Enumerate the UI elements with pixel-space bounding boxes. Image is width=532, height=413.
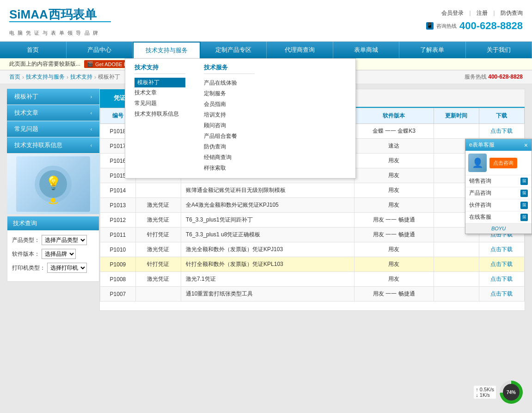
- dropdown-item-faq[interactable]: 常见问题: [135, 98, 185, 109]
- chat-row-sales: 销售咨询 留: [465, 175, 532, 187]
- sidebar-decorative-image: 💡: [7, 154, 99, 214]
- table-row: P1010 激光凭证 激光全额和数外（发票版）凭证KPJ103 用友 点击下载: [100, 242, 525, 257]
- sidebar-title-faq[interactable]: 常见问题 ‹: [7, 121, 99, 137]
- nav-about-forms[interactable]: 了解表单: [399, 42, 466, 58]
- tech-query-box: 技术查询 产品类型： 选择产品类型 软件版本： 选择品牌 打印机类型： 选择打印…: [7, 216, 99, 282]
- cell-type: 激光凭证: [135, 198, 181, 213]
- sep1: ｜: [467, 9, 473, 17]
- cell-updated: [434, 287, 479, 302]
- cell-id: P1011: [100, 228, 136, 242]
- breadcrumb-tech-support[interactable]: 技术支持: [70, 73, 92, 81]
- table-row: P1014 账簿通金额记账凭证科目无级别限制模板 用友 点击下载: [100, 183, 525, 198]
- dropdown-item-dealer-query[interactable]: 经销商查询: [204, 152, 255, 163]
- printer-type-select[interactable]: 选择打印机: [47, 263, 87, 273]
- printer-type-label: 打印机类型：: [12, 264, 45, 272]
- svg-text:西玛表单: 西玛表单: [49, 8, 97, 21]
- cell-title: 激光7.1凭证: [181, 272, 355, 287]
- dropdown-item-combo[interactable]: 产品组合套餐: [204, 131, 255, 142]
- chat-avatar-area: 👤 点击咨询: [465, 151, 532, 175]
- breadcrumb-current: 模板补丁: [98, 73, 120, 81]
- nav-store[interactable]: 表单商城: [333, 42, 400, 58]
- chat-widget-title: e表单客服: [469, 141, 495, 149]
- product-type-label: 产品类型：: [12, 236, 40, 244]
- sidebar-contact: 技术支持联系信息 ‹: [7, 137, 99, 153]
- svg-text:SiMAA: SiMAA: [9, 7, 48, 21]
- nav-dealers[interactable]: 代理商查询: [267, 42, 333, 58]
- logo-area: SiMAA 西玛表单 电 脑 凭 证 与 表 单 领 导 品 牌: [9, 5, 111, 37]
- chat-icon-product[interactable]: 留: [520, 190, 528, 197]
- arrow-icon-0: ›: [91, 94, 92, 99]
- dropdown-item-custom-service[interactable]: 定制服务: [204, 88, 255, 99]
- nav-home[interactable]: 首页: [0, 42, 67, 58]
- chat-row-online: 在线客服 留: [465, 211, 532, 223]
- dropdown-item-tech-article[interactable]: 技术文章: [135, 87, 185, 98]
- nav-products[interactable]: 产品中心: [67, 42, 133, 58]
- antifake-link[interactable]: 防伪查询: [501, 9, 523, 17]
- sidebar-title-template-patch[interactable]: 模板补丁 ›: [7, 89, 99, 105]
- cell-software: 用友 一一 畅捷通: [355, 287, 434, 302]
- software-version-row: 软件版本： 选择品牌: [12, 249, 94, 259]
- download-link[interactable]: 点击下载: [490, 128, 513, 134]
- chat-widget-header: e表单客服 ×: [465, 139, 532, 151]
- printer-type-row: 打印机类型： 选择打印机: [12, 263, 94, 273]
- download-link[interactable]: 点击下载: [490, 290, 513, 297]
- cell-download[interactable]: 点击下载: [479, 257, 524, 272]
- download-link[interactable]: 点击下载: [490, 261, 513, 267]
- service-hotline-number: 400-628-8828: [488, 74, 523, 80]
- cell-type: [135, 183, 181, 198]
- chat-avatar: 👤: [468, 154, 487, 172]
- sidebar-template-patch: 模板补丁 ›: [7, 89, 99, 105]
- cell-title: 激光全额和数外（发票版）凭证KPJ103: [181, 242, 355, 257]
- breadcrumb-home[interactable]: 首页: [9, 73, 20, 81]
- sep2: ｜: [491, 9, 497, 17]
- cell-download[interactable]: 点击下载: [479, 242, 524, 257]
- dropdown-item-member-guide[interactable]: 会员指南: [204, 99, 255, 110]
- cell-download[interactable]: 点击下载: [479, 124, 524, 139]
- download-link[interactable]: 点击下载: [490, 246, 513, 253]
- member-login-link[interactable]: 会员登录: [441, 9, 464, 17]
- breadcrumb-sep1: ›: [22, 74, 24, 80]
- product-type-select[interactable]: 选择产品类型: [42, 235, 87, 245]
- dropdown-item-sample[interactable]: 样张索取: [204, 163, 255, 173]
- nav-container: 首页 产品中心 技术支持与服务 定制产品专区 代理商查询 表单商城 了解表单 关…: [0, 42, 532, 58]
- dropdown-item-antifake[interactable]: 防伪查询: [204, 142, 255, 152]
- chat-icon-partner[interactable]: 留: [520, 202, 528, 209]
- chat-widget: e表单客服 × 👤 点击咨询 销售咨询 留 产品咨询 留 伙伴咨询 留 在线客服…: [465, 139, 532, 234]
- nav-tech-support[interactable]: 技术支持与服务: [133, 42, 201, 58]
- nav-about-us[interactable]: 关于我们: [466, 42, 532, 58]
- logo-slogan: 电 脑 凭 证 与 表 单 领 导 品 牌: [9, 30, 111, 37]
- dropdown-item-contact[interactable]: 技术支持联系信息: [135, 109, 185, 119]
- cell-download[interactable]: 点击下载: [479, 272, 524, 287]
- dropdown-item-template-patch[interactable]: 模板补丁: [135, 78, 185, 87]
- header-right: 会员登录 ｜ 注册 ｜ 防伪查询 📱 咨询热线 400-628-8828: [426, 9, 523, 32]
- phone-icon: 📱: [426, 22, 434, 30]
- dropdown-item-consulting[interactable]: 顾问咨询: [204, 120, 255, 131]
- arrow-icon-2: ‹: [91, 127, 92, 132]
- dropdown-item-training[interactable]: 培训支持: [204, 110, 255, 120]
- svg-text:💡: 💡: [45, 175, 61, 191]
- breadcrumb-tech-service[interactable]: 技术支持与服务: [26, 73, 65, 81]
- sidebar-title-tech-article[interactable]: 技术文章 ‹: [7, 105, 99, 121]
- cell-type: 激光凭证: [135, 272, 181, 287]
- download-link[interactable]: 点击下载: [490, 276, 513, 282]
- register-link[interactable]: 注册: [477, 9, 488, 17]
- chat-footer: BOYU: [465, 223, 532, 234]
- dropdown-col-tech-support: 技术支持 模板补丁 技术文章 常见问题 技术支持联系信息: [125, 59, 195, 178]
- sidebar-tech-article: 技术文章 ‹: [7, 105, 99, 121]
- cell-software: 速达: [355, 139, 434, 154]
- chat-close-button[interactable]: ×: [524, 142, 528, 149]
- col-updated: 更新时间: [434, 108, 479, 124]
- software-version-select[interactable]: 选择品牌: [42, 249, 76, 259]
- chat-icon-sales[interactable]: 留: [520, 178, 528, 185]
- cell-type: [135, 287, 181, 302]
- cell-download[interactable]: 点击下载: [479, 287, 524, 302]
- chat-consult-button[interactable]: 点击咨询: [489, 158, 517, 168]
- nav-custom[interactable]: 定制产品专区: [201, 42, 267, 58]
- sidebar-title-contact[interactable]: 技术支持联系信息 ‹: [7, 137, 99, 153]
- cell-software: 用友: [355, 183, 434, 198]
- chat-icon-online[interactable]: 留: [520, 214, 528, 221]
- dropdown-item-online-exp[interactable]: 产品在线体验: [204, 78, 255, 88]
- cell-software: 金蝶 一一 金蝶K3: [355, 124, 434, 139]
- cell-title: 通10重置套打纸张类型工具: [181, 287, 355, 302]
- svg-rect-2: [9, 21, 111, 22]
